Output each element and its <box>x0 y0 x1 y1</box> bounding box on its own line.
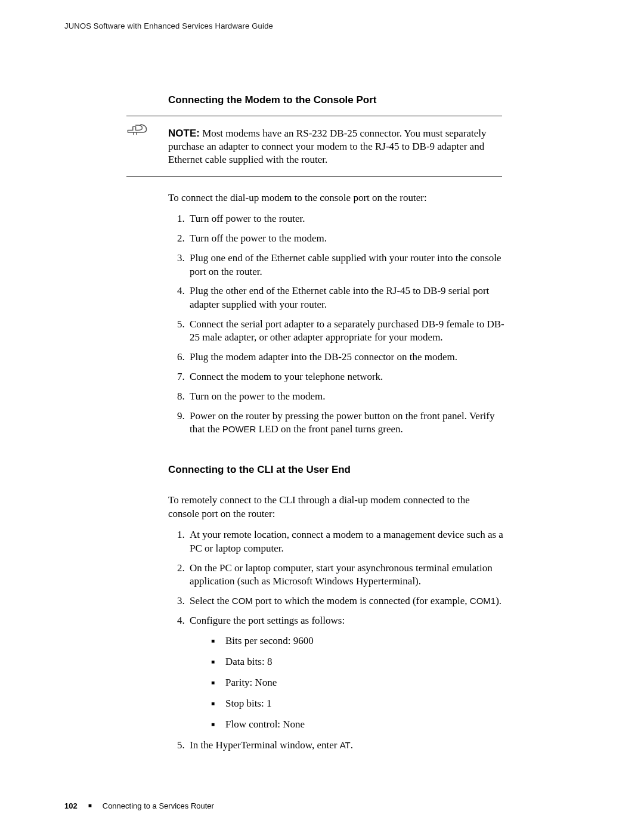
com1-label: COM1 <box>470 596 496 606</box>
page-footer: 102 ■ Connecting to a Services Router <box>64 801 214 810</box>
list-item: On the PC or laptop computer, start your… <box>187 562 509 589</box>
at-command: AT <box>340 740 351 750</box>
setting-item: Stop bits: 1 <box>211 697 509 710</box>
section1-intro: To connect the dial-up modem to the cons… <box>168 191 502 205</box>
power-led-label: POWER <box>222 424 256 434</box>
list-item: In the HyperTerminal window, enter AT. <box>187 739 509 752</box>
list-item: Turn off power to the router. <box>187 212 509 225</box>
list-item: Power on the router by pressing the powe… <box>187 410 509 436</box>
list-item: Connect the serial port adapter to a sep… <box>187 318 509 345</box>
com-label: COM <box>232 596 253 606</box>
note-block: NOTE: Most modems have an RS-232 DB-25 c… <box>168 127 500 166</box>
rule-bottom <box>126 176 502 177</box>
list-item: Turn on the power to the modem. <box>187 390 509 403</box>
section2-intro: To remotely connect to the CLI through a… <box>168 494 502 521</box>
list-item: At your remote location, connect a modem… <box>187 528 509 555</box>
setting-item: Bits per second: 9600 <box>211 634 509 648</box>
list-item: Plug one end of the Ethernet cable suppl… <box>187 252 509 278</box>
rule-top <box>126 116 502 116</box>
setting-item: Parity: None <box>211 676 509 689</box>
section1-steps: Turn off power to the router. Turn off t… <box>168 212 509 442</box>
list-item: Turn off the power to the modem. <box>187 232 509 245</box>
note-hand-icon <box>125 122 149 136</box>
step4-label: Configure the port settings as follows: <box>190 615 345 626</box>
setting-item: Data bits: 8 <box>211 655 509 668</box>
list-item: Connect the modem to your telephone netw… <box>187 370 509 383</box>
page-content: Connecting the Modem to the Console Port… <box>126 94 580 758</box>
section-heading-modem: Connecting the Modem to the Console Port <box>168 94 580 106</box>
footer-square-icon: ■ <box>88 802 92 809</box>
setting-item: Flow control: None <box>211 718 509 731</box>
note-body: Most modems have an RS-232 DB-25 connect… <box>168 128 487 165</box>
list-item: Select the COM port to which the modem i… <box>187 594 509 608</box>
section2-steps: At your remote location, connect a modem… <box>168 528 509 758</box>
list-item: Plug the modem adapter into the DB-25 co… <box>187 351 509 364</box>
list-item: Plug the other end of the Ethernet cable… <box>187 284 509 311</box>
page-number: 102 <box>64 801 78 810</box>
running-header: JUNOS Software with Enhanced Services Ha… <box>64 21 273 30</box>
port-settings: Bits per second: 9600 Data bits: 8 Parit… <box>211 634 509 731</box>
footer-section-title: Connecting to a Services Router <box>103 801 214 810</box>
section-heading-cli: Connecting to the CLI at the User End <box>168 464 580 476</box>
note-label: NOTE: <box>168 128 200 139</box>
list-item: Configure the port settings as follows: … <box>187 614 509 732</box>
